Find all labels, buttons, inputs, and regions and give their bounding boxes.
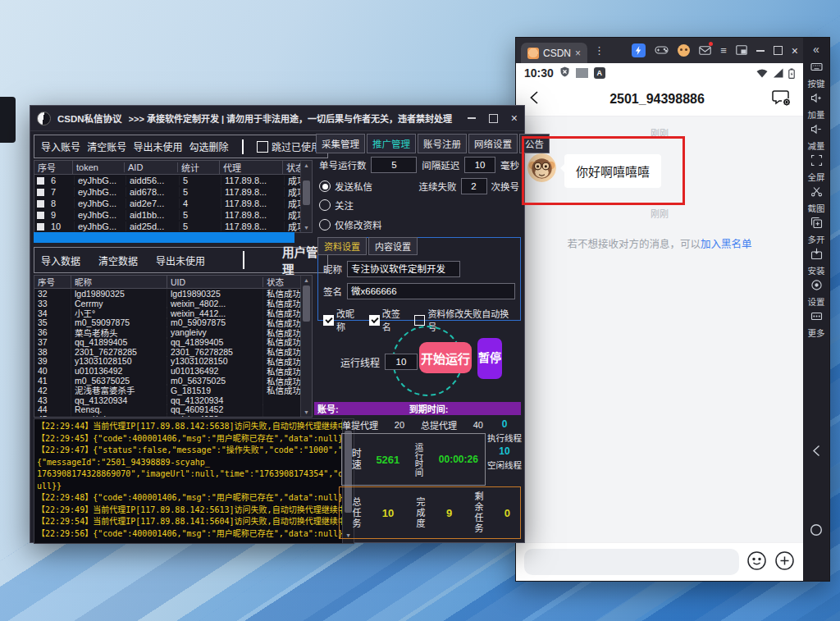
sidebar-tool-减量[interactable]: 减量 [808,123,825,152]
radio-send-message[interactable]: 发送私信 [319,180,372,193]
blacklist-link[interactable]: 加入黑名单 [701,239,752,250]
col-header[interactable]: AID [125,162,178,172]
user-row[interactable]: 43qq_41320934qq_41320934 [34,395,312,405]
sidebar-tool-更多[interactable]: 更多 [808,310,825,339]
menu-icon[interactable]: ≡ [720,45,727,56]
delay-input[interactable]: 10 [464,157,495,173]
collapse-icon[interactable]: « [813,43,819,56]
checkbox-icon[interactable] [414,315,425,326]
tab-content-setting[interactable]: 内容设置 [368,237,418,255]
delete-checked-button[interactable]: 勾选删除 [189,139,229,153]
tab-promote[interactable]: 推广管理 [367,134,416,153]
sidebar-tool-加量[interactable]: 加量 [808,92,825,121]
user-row[interactable]: 42泥浅巷富婆杀手G_181519私信成功 [34,386,312,395]
col-header[interactable]: token [73,162,125,172]
account-row[interactable]: 6eyJhbG...aidd56...5117.89.8...成功 [34,175,312,186]
change-nick-checkbox[interactable]: 改昵称 [323,307,363,333]
log-console[interactable]: 【22:29:44】当前代理IP[117.89.88.142:5638]访问失败… [34,418,354,544]
import-accounts-button[interactable]: 导入账号 [41,139,80,153]
tab-collect[interactable]: 采集管理 [316,134,365,153]
export-unused-data-button[interactable]: 导出未使用 [156,253,205,267]
start-run-button[interactable]: 开始运行 [419,342,472,373]
col-header[interactable]: 序号 [34,161,73,174]
clear-accounts-button[interactable]: 清空账号 [87,139,126,153]
user-row[interactable]: 45只用笑声weixin_4053 [34,414,312,418]
gamepad-icon[interactable] [655,43,669,58]
message-input[interactable] [524,549,739,575]
thread-input[interactable]: 10 [385,354,418,370]
export-unused-button[interactable]: 导出未使用 [133,139,182,153]
scrollbar[interactable]: ▲ ▼ [300,161,312,232]
tab-close-icon[interactable]: × [575,48,581,59]
radio-follow-row[interactable]: 关注 [319,199,519,212]
checkbox-icon[interactable] [369,315,380,326]
radio-icon[interactable] [319,199,331,211]
account-row[interactable]: 8eyJhbG...aid2e7...4117.89.8...成功 [34,198,312,209]
checkbox-icon[interactable] [323,315,334,326]
maximize-icon[interactable] [489,114,498,123]
fail-input[interactable]: 2 [461,178,487,194]
desktop-icon[interactable] [0,97,16,143]
pause-button[interactable]: 暂停 [477,338,502,379]
minimize-icon[interactable] [468,117,476,119]
scroll-up-icon[interactable]: ▲ [301,162,312,168]
row-checkbox-icon[interactable] [37,223,44,231]
radio-icon[interactable] [319,180,331,192]
scroll-down-icon[interactable]: ▼ [301,225,312,231]
mail-icon[interactable] [699,43,711,58]
tab-network[interactable]: 网络设置 [468,134,518,153]
nickname-input[interactable]: 专注协议软件定制开发 [347,261,460,277]
tab-profile-setting[interactable]: 资料设置 [317,237,367,255]
col-header[interactable]: UID [167,277,263,287]
checkbox-icon[interactable] [257,141,268,153]
scroll-thumb[interactable] [303,285,310,322]
boost-icon[interactable] [632,43,646,57]
user-manage-button[interactable]: 用户管理 [282,243,321,277]
plus-icon[interactable] [774,550,795,574]
close-icon[interactable]: × [792,45,798,57]
monkey-app-icon[interactable] [678,44,690,57]
col-header[interactable]: 序号 [34,276,71,288]
sidebar-tool-多开[interactable]: 多开 [808,217,825,245]
scroll-thumb[interactable] [303,180,310,205]
radio-icon[interactable] [319,219,331,231]
sidebar-tool-设置[interactable]: 设置 [808,279,825,308]
browser-tab[interactable]: CSDN × [521,43,587,63]
minimize-icon[interactable] [756,50,765,52]
skip-used-checkbox[interactable]: 跳过已使用 [257,139,321,153]
row-checkbox-icon[interactable] [37,212,44,219]
col-header[interactable]: 代理 [220,161,283,174]
scrollbar[interactable]: ▲ ▼ [300,276,312,417]
account-row[interactable]: 7eyJhbG...aid678...5117.89.8...成功 [34,186,312,198]
account-row[interactable]: 10eyJhbG...aid25d...5117.89.8...成功 [34,221,312,232]
sidebar-tool-安装[interactable]: 安装 [808,248,825,276]
row-checkbox-icon[interactable] [37,189,44,196]
col-header[interactable]: 统计 [178,161,220,174]
row-checkbox-icon[interactable] [37,177,44,185]
run-count-input[interactable]: 5 [371,157,417,173]
scroll-up-icon[interactable]: ▲ [301,277,312,283]
nav-home-icon[interactable] [803,523,829,537]
signature-input[interactable]: 微x666666 [347,283,515,299]
back-icon[interactable] [527,90,542,108]
import-data-button[interactable]: 导入数据 [41,253,80,267]
close-icon[interactable]: × [511,112,518,124]
emoji-icon[interactable] [746,550,767,574]
tab-register[interactable]: 账号注册 [418,134,467,153]
message-settings-icon[interactable] [772,89,792,110]
scroll-down-icon[interactable]: ▼ [301,409,312,415]
change-sign-checkbox[interactable]: 改签名 [369,307,409,333]
tab-menu-icon[interactable]: ⋮ [594,45,605,56]
sidebar-tool-截图[interactable]: 截图 [808,185,825,214]
col-header[interactable]: 昵称 [71,276,167,288]
selected-row-bar[interactable] [34,232,294,243]
row-checkbox-icon[interactable] [37,200,44,208]
sidebar-tool-全屏[interactable]: 全屏 [808,154,825,183]
clear-data-button[interactable]: 清空数据 [98,253,138,267]
nav-back-icon[interactable] [803,444,829,458]
pip-icon[interactable] [736,43,747,58]
sidebar-tool-按键[interactable]: 按键 [808,61,825,89]
radio-profile-row[interactable]: 仅修改资料 [319,218,519,231]
maximize-icon[interactable] [774,46,783,55]
account-row[interactable]: 9eyJhbG...aid1bb...5117.89.8...成功 [34,209,312,221]
